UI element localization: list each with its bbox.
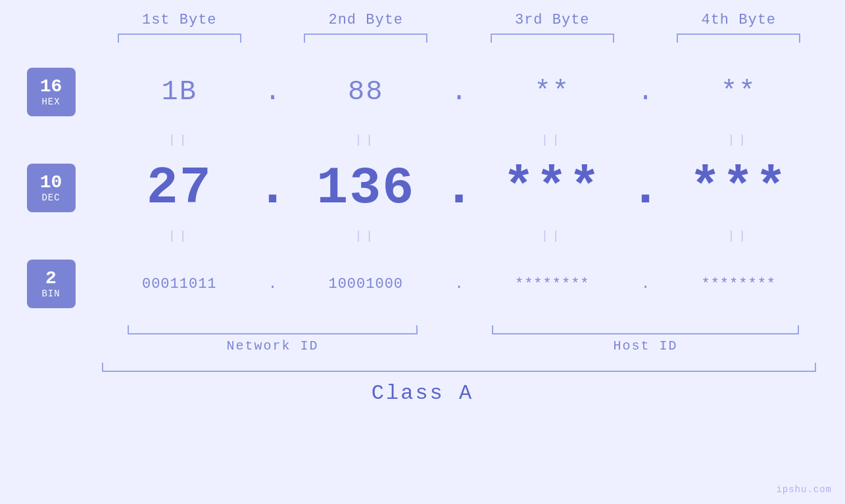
network-host-labels: Network ID Host ID [0,338,845,354]
byte2-header: 2nd Byte [289,12,444,28]
full-bracket-row [0,363,845,372]
hex-sep3: . [630,76,662,108]
dec-b4: *** [662,158,817,218]
bracket-gap [443,325,475,334]
eq-values-2: || || || || [102,229,845,242]
eq-c7: || [475,229,630,242]
eq-c5: || [102,229,257,242]
bin-badge: 2 BIN [27,260,76,308]
bin-sep1: . [257,276,289,292]
eq-c2: || [289,133,444,147]
dec-badge-label: DEC [41,193,60,203]
host-bracket-container [475,325,816,334]
bottom-bracket-row [0,325,845,334]
dec-sep2: . [443,158,475,218]
hex-sep2: . [443,76,475,108]
dec-badge: 10 DEC [27,164,76,212]
bracket-cell-3 [475,34,630,43]
network-bracket-container [102,325,443,334]
eq-c4: || [662,133,817,147]
dec-row: 10 DEC 27 . 136 . *** . *** [0,152,845,224]
host-id-label: Host ID [475,338,816,354]
bin-badge-label: BIN [41,288,60,299]
hex-b1: 1B [102,76,257,108]
bin-b1: 00011011 [102,276,257,292]
dec-b3: *** [475,158,630,218]
eq-c1: || [102,133,257,147]
dec-sep3: . [630,158,662,218]
bin-badge-slot: 2 BIN [0,248,102,320]
watermark: ipshu.com [776,484,832,495]
byte3-header: 3rd Byte [475,12,630,28]
bin-badge-number: 2 [45,269,57,289]
hex-row: 16 HEX 1B . 88 . ** . ** [0,56,845,128]
bracket-cell-1 [102,34,257,43]
dec-b2: 136 [289,158,444,218]
bracket-2 [304,34,427,43]
class-label: Class A [372,381,473,405]
byte-headers: 1st Byte 2nd Byte 3rd Byte 4th Byte [0,0,845,28]
eq-row-2: || || || || [0,224,845,248]
eq-values-1: || || || || [102,133,845,147]
bin-b3: ******** [475,276,630,292]
bracket-4 [677,34,800,43]
host-bracket [492,325,799,334]
byte1-header: 1st Byte [102,12,257,28]
byte4-header: 4th Byte [662,12,817,28]
hex-badge: 16 HEX [27,68,76,116]
dec-badge-number: 10 [40,173,62,193]
network-id-label: Network ID [102,338,443,354]
bin-b2: 10001000 [289,276,444,292]
top-bracket-row [0,34,845,43]
eq-c3: || [475,133,630,147]
hex-badge-number: 16 [40,77,62,97]
main-container: 1st Byte 2nd Byte 3rd Byte 4th Byte 16 [0,0,845,504]
hex-sep1: . [257,76,289,108]
full-bracket [102,363,816,372]
eq-row-1: || || || || [0,128,845,152]
eq-c6: || [289,229,444,242]
hex-badge-slot: 16 HEX [0,56,102,128]
hex-b2: 88 [289,76,444,108]
class-label-row: Class A [0,381,845,405]
eq-c8: || [662,229,817,242]
network-bracket [128,325,418,334]
dec-b1: 27 [102,158,257,218]
bin-sep3: . [630,276,662,292]
hex-b4: ** [662,76,817,108]
bracket-cell-2 [289,34,444,43]
dec-values: 27 . 136 . *** . *** [102,158,845,218]
bin-values: 00011011 . 10001000 . ******** . *******… [102,276,845,292]
bracket-cell-4 [662,34,817,43]
bin-b4: ******** [662,276,817,292]
bracket-3 [491,34,614,43]
hex-b3: ** [475,76,630,108]
bin-sep2: . [443,276,475,292]
dec-sep1: . [257,158,289,218]
hex-values: 1B . 88 . ** . ** [102,76,845,108]
bracket-1 [118,34,241,43]
dec-badge-slot: 10 DEC [0,152,102,224]
bin-row: 2 BIN 00011011 . 10001000 . ******** . [0,248,845,320]
hex-badge-label: HEX [41,97,60,107]
